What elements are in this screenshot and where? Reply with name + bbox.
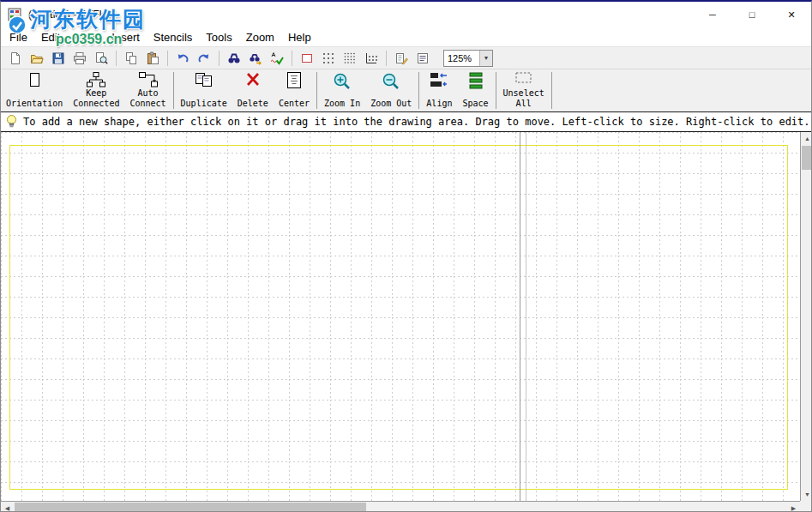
duplicate-label: Duplicate (181, 99, 227, 109)
orientation-icon (26, 72, 43, 91)
scrollbar-corner (800, 501, 812, 512)
save-icon[interactable] (49, 49, 68, 68)
align-label: Align (426, 99, 452, 109)
notes-icon[interactable] (413, 49, 432, 68)
align-button[interactable]: Align (421, 69, 457, 111)
auto-connect-icon (139, 72, 158, 91)
find-next-icon[interactable] (246, 49, 265, 68)
zoom-in-button[interactable]: Zoom In (319, 69, 365, 111)
drawing-area[interactable] (1, 132, 800, 501)
menu-edit[interactable]: Edit (34, 29, 67, 45)
delete-label: Delete (238, 99, 268, 109)
copy-icon[interactable] (122, 49, 141, 68)
menu-stencils[interactable]: Stencils (147, 29, 200, 45)
toolbar-separator (418, 72, 419, 109)
unselect-all-label2: All (516, 99, 532, 109)
window-title: (Untitled) - RFFlow (28, 9, 115, 21)
grid-fine-icon[interactable] (340, 49, 359, 68)
keep-connected-label2: Connected (73, 99, 119, 109)
keep-connected-icon (87, 72, 105, 91)
unselect-all-icon (515, 72, 532, 91)
duplicate-icon (195, 72, 214, 91)
scroll-down-arrow[interactable]: ▼ (801, 488, 812, 501)
page-break-line (520, 132, 520, 501)
space-label: Space (462, 99, 488, 109)
toolbar-separator (116, 51, 117, 66)
window-controls: ─ □ ✕ (693, 2, 811, 27)
center-label: Center (279, 99, 310, 109)
zoom-out-button[interactable]: Zoom Out (365, 69, 417, 111)
app-window: (Untitled) - RFFlow ─ □ ✕ File Edit View… (0, 0, 812, 512)
zoom-out-icon (382, 72, 400, 91)
app-icon (8, 8, 21, 21)
toolbar-separator (173, 72, 174, 109)
page-break-line-2 (526, 132, 526, 501)
spellcheck-icon[interactable] (268, 49, 286, 68)
scroll-right-arrow[interactable]: ▶ (787, 502, 800, 512)
zoom-in-icon (333, 72, 352, 91)
title-bar: (Untitled) - RFFlow ─ □ ✕ (1, 2, 811, 27)
toolbar-separator (551, 72, 552, 109)
standard-toolbar: 125% ▼ (1, 46, 811, 69)
toolbar-separator (167, 51, 168, 66)
zoom-select[interactable]: 125% ▼ (443, 50, 493, 67)
close-button[interactable]: ✕ (772, 2, 811, 27)
toolbar-separator (316, 72, 317, 109)
shape-toolbar: Orientation Keep Connected Auto Connect … (1, 69, 811, 111)
print-icon[interactable] (70, 49, 89, 68)
toolbar-separator (496, 72, 496, 109)
undo-icon[interactable] (173, 49, 192, 68)
tip-bar: To add a new shape, either click on it o… (1, 111, 811, 132)
lightbulb-icon (5, 114, 18, 130)
orientation-button[interactable]: Orientation (1, 69, 68, 111)
space-button[interactable]: Space (457, 69, 493, 111)
delete-button[interactable]: Delete (232, 69, 274, 111)
delete-icon (244, 72, 262, 91)
horizontal-scroll-thumb[interactable] (15, 503, 366, 512)
scroll-left-arrow[interactable]: ◀ (1, 502, 14, 512)
zoom-in-label: Zoom In (324, 99, 360, 109)
horizontal-scrollbar[interactable]: ◀ ▶ (1, 501, 800, 512)
menu-zoom[interactable]: Zoom (239, 29, 281, 45)
menu-file[interactable]: File (3, 29, 34, 45)
tip-text: To add a new shape, either click on it o… (23, 116, 810, 128)
find-icon[interactable] (225, 49, 244, 68)
menu-view[interactable]: View (67, 29, 105, 45)
keep-connected-button[interactable]: Keep Connected (68, 69, 124, 111)
auto-connect-label2: Connect (129, 99, 165, 109)
zoom-out-label: Zoom Out (370, 99, 412, 109)
open-folder-icon[interactable] (27, 49, 46, 68)
text-frame-icon[interactable] (298, 49, 316, 68)
menu-tools[interactable]: Tools (199, 29, 238, 45)
minimize-button[interactable]: ─ (693, 2, 732, 27)
print-preview-icon[interactable] (92, 49, 111, 68)
new-document-icon[interactable] (6, 49, 25, 68)
auto-connect-button[interactable]: Auto Connect (124, 69, 171, 111)
page-border (9, 145, 788, 490)
center-button[interactable]: Center (274, 69, 315, 111)
unselect-all-button[interactable]: Unselect All (498, 69, 550, 111)
space-icon (467, 72, 484, 91)
duplicate-button[interactable]: Duplicate (176, 69, 232, 111)
zoom-value: 125% (444, 53, 479, 63)
vertical-scroll-thumb[interactable] (802, 146, 812, 170)
zoom-dropdown-arrow[interactable]: ▼ (479, 51, 492, 66)
center-icon (286, 72, 303, 91)
toolbar-separator (292, 51, 292, 66)
align-icon (430, 72, 448, 91)
orientation-label: Orientation (6, 99, 63, 109)
scroll-up-arrow[interactable]: ▲ (801, 132, 812, 145)
toolbar-separator (219, 51, 220, 66)
grid-dots-icon[interactable] (319, 49, 338, 68)
maximize-button[interactable]: □ (732, 2, 772, 27)
page-options-icon[interactable] (392, 49, 411, 68)
redo-icon[interactable] (195, 49, 214, 68)
paste-icon[interactable] (143, 49, 162, 68)
menu-insert[interactable]: Insert (105, 29, 147, 45)
vertical-scrollbar[interactable]: ▲ ▼ (800, 132, 812, 501)
menu-bar: File Edit View Insert Stencils Tools Zoo… (1, 27, 811, 46)
menu-help[interactable]: Help (281, 29, 318, 45)
grid-ruler-icon[interactable] (362, 49, 381, 68)
toolbar-separator (386, 51, 387, 66)
